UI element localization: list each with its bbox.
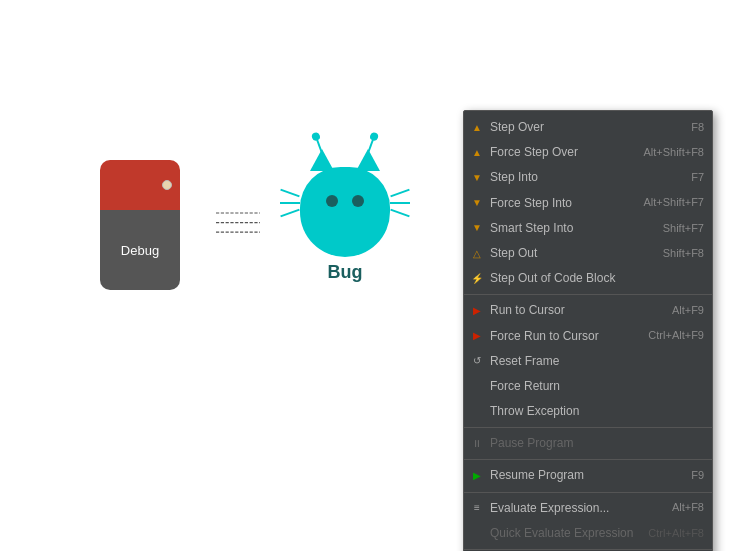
quick-evaluate-shortcut: Ctrl+Alt+F8	[648, 525, 704, 543]
run-to-cursor-icon: ▶	[470, 304, 484, 318]
leg-bot-left-icon	[280, 209, 299, 218]
step-over-shortcut: F8	[691, 119, 704, 137]
smart-step-into-label: Smart Step Into	[490, 219, 573, 238]
run-to-cursor-label: Run to Cursor	[490, 301, 565, 320]
menu-item-force-return[interactable]: Force Return	[464, 374, 712, 399]
evaluate-expression-shortcut: Alt+F8	[672, 499, 704, 517]
pause-program-label: Pause Program	[490, 434, 573, 453]
leg-top-right-icon	[390, 189, 409, 198]
force-step-into-label: Force Step Into	[490, 194, 572, 213]
menu-item-pause-program: ⏸Pause Program	[464, 431, 712, 456]
menu-item-run-to-cursor[interactable]: ▶Run to CursorAlt+F9	[464, 298, 712, 323]
force-return-icon	[470, 379, 484, 393]
menu-item-resume-program[interactable]: ▶Resume ProgramF9	[464, 463, 712, 488]
device-bottom: Debug	[100, 210, 180, 290]
leg-mid-right-icon	[390, 202, 410, 204]
device-block: Debug	[100, 160, 180, 290]
menu-separator	[464, 294, 712, 295]
evaluate-expression-icon: ≡	[470, 501, 484, 515]
step-into-label: Step Into	[490, 168, 538, 187]
menu-item-step-out-code-block[interactable]: ⚡Step Out of Code Block	[464, 266, 712, 291]
leg-mid-left-icon	[280, 202, 300, 204]
quick-evaluate-label: Quick Evaluate Expression	[490, 524, 633, 543]
throw-exception-icon	[470, 405, 484, 419]
menu-item-reset-frame[interactable]: ↺Reset Frame	[464, 349, 712, 374]
evaluate-expression-label: Evaluate Expression...	[490, 499, 609, 518]
bug-eyes	[326, 195, 364, 207]
force-step-over-shortcut: Alt+Shift+F8	[643, 144, 704, 162]
step-out-label: Step Out	[490, 244, 537, 263]
quick-evaluate-icon	[470, 526, 484, 540]
arrow-lines	[210, 205, 270, 245]
menu-item-force-step-over[interactable]: ▲Force Step OverAlt+Shift+F8	[464, 140, 712, 165]
force-step-over-label: Force Step Over	[490, 143, 578, 162]
menu-item-evaluate-expression[interactable]: ≡Evaluate Expression...Alt+F8	[464, 496, 712, 521]
device-top	[100, 160, 180, 210]
run-to-cursor-shortcut: Alt+F9	[672, 302, 704, 320]
menu-item-throw-exception[interactable]: Throw Exception	[464, 399, 712, 424]
pause-program-icon: ⏸	[470, 437, 484, 451]
menu-item-force-step-into[interactable]: ▼Force Step IntoAlt+Shift+F7	[464, 191, 712, 216]
step-out-icon: △	[470, 247, 484, 261]
leg-top-left-icon	[280, 189, 299, 198]
bug-eye-left	[326, 195, 338, 207]
force-run-to-cursor-shortcut: Ctrl+Alt+F9	[648, 327, 704, 345]
menu-item-force-run-to-cursor[interactable]: ▶Force Run to CursorCtrl+Alt+F9	[464, 324, 712, 349]
smart-step-into-shortcut: Shift+F7	[663, 220, 704, 238]
illustration: Debug Bug	[100, 160, 390, 290]
antenna-left-icon	[315, 137, 322, 153]
leg-bot-right-icon	[390, 209, 409, 218]
force-step-into-shortcut: Alt+Shift+F7	[643, 194, 704, 212]
context-menu: ▲Step OverF8▲Force Step OverAlt+Shift+F8…	[463, 110, 713, 551]
antenna-right-icon	[367, 137, 374, 153]
bug-character: Bug	[300, 167, 390, 283]
menu-separator	[464, 459, 712, 460]
throw-exception-label: Throw Exception	[490, 402, 579, 421]
menu-item-quick-evaluate: Quick Evaluate ExpressionCtrl+Alt+F8	[464, 521, 712, 546]
bug-eye-right	[352, 195, 364, 207]
menu-item-smart-step-into[interactable]: ▼Smart Step IntoShift+F7	[464, 216, 712, 241]
menu-item-step-into[interactable]: ▼Step IntoF7	[464, 165, 712, 190]
menu-separator	[464, 492, 712, 493]
menu-item-step-over[interactable]: ▲Step OverF8	[464, 115, 712, 140]
force-step-over-icon: ▲	[470, 146, 484, 160]
step-over-label: Step Over	[490, 118, 544, 137]
step-out-shortcut: Shift+F8	[663, 245, 704, 263]
resume-program-icon: ▶	[470, 469, 484, 483]
bug-body	[300, 167, 390, 257]
menu-separator	[464, 427, 712, 428]
step-into-icon: ▼	[470, 171, 484, 185]
device-dot	[162, 180, 172, 190]
device-label: Debug	[121, 243, 159, 258]
force-step-into-icon: ▼	[470, 196, 484, 210]
step-out-code-block-icon: ⚡	[470, 272, 484, 286]
force-run-to-cursor-label: Force Run to Cursor	[490, 327, 599, 346]
bug-label: Bug	[328, 262, 363, 283]
resume-program-shortcut: F9	[691, 467, 704, 485]
reset-frame-icon: ↺	[470, 354, 484, 368]
smart-step-into-icon: ▼	[470, 221, 484, 235]
menu-separator	[464, 549, 712, 550]
force-return-label: Force Return	[490, 377, 560, 396]
force-run-to-cursor-icon: ▶	[470, 329, 484, 343]
reset-frame-label: Reset Frame	[490, 352, 559, 371]
step-over-icon: ▲	[470, 121, 484, 135]
step-out-code-block-label: Step Out of Code Block	[490, 269, 615, 288]
menu-item-step-out[interactable]: △Step OutShift+F8	[464, 241, 712, 266]
resume-program-label: Resume Program	[490, 466, 584, 485]
step-into-shortcut: F7	[691, 169, 704, 187]
